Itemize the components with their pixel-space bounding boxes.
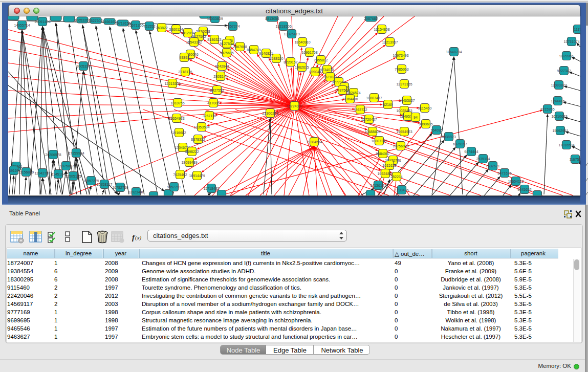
svg-text:14055714: 14055714 (14, 24, 30, 27)
svg-text:9245652: 9245652 (517, 188, 531, 191)
svg-text:12923446: 12923446 (128, 190, 144, 194)
svg-text:15720407: 15720407 (361, 118, 377, 121)
svg-text:1733426: 1733426 (395, 188, 408, 192)
svg-text:2867608: 2867608 (233, 45, 247, 49)
svg-text:15718485: 15718485 (203, 187, 219, 190)
svg-text:116753: 116753 (570, 158, 580, 161)
svg-text:7357274: 7357274 (226, 25, 239, 28)
svg-text:18724007: 18724007 (287, 104, 302, 108)
svg-text:16961758: 16961758 (301, 51, 317, 54)
svg-text:21300273: 21300273 (262, 112, 278, 115)
svg-text:20091406: 20091406 (34, 20, 50, 24)
svg-text:10653267: 10653267 (74, 18, 90, 22)
svg-text:8220157: 8220157 (284, 60, 297, 64)
svg-text:3267110: 3267110 (203, 114, 216, 118)
svg-text:8186323: 8186323 (207, 38, 221, 41)
svg-text:8215955: 8215955 (540, 107, 554, 111)
svg-text:19384554: 19384554 (306, 140, 322, 144)
svg-text:3912094: 3912094 (181, 31, 194, 35)
svg-text:2005334: 2005334 (76, 64, 90, 68)
svg-text:94: 94 (413, 116, 418, 119)
svg-text:15692951: 15692951 (552, 129, 568, 133)
svg-text:1244415: 1244415 (551, 99, 564, 103)
svg-text:19218506: 19218506 (275, 25, 291, 28)
svg-text:12093872: 12093872 (551, 83, 567, 87)
svg-text:1527602: 1527602 (89, 19, 102, 23)
svg-text:1588520: 1588520 (269, 57, 283, 60)
svg-text:10756928: 10756928 (393, 144, 408, 148)
svg-text:16914479: 16914479 (189, 174, 205, 178)
svg-text:16033809: 16033809 (207, 17, 223, 20)
svg-text:19654923: 19654923 (396, 130, 412, 134)
svg-text:3824574: 3824574 (346, 91, 360, 95)
svg-text:10973493: 10973493 (393, 54, 408, 57)
svg-text:10807487: 10807487 (366, 96, 382, 100)
svg-text:16543342: 16543342 (186, 40, 202, 44)
svg-text:2935114: 2935114 (476, 157, 490, 161)
svg-text:12213967: 12213967 (382, 40, 398, 44)
svg-text:18099489: 18099489 (181, 161, 197, 164)
svg-text:6379197: 6379197 (453, 142, 467, 146)
svg-text:8938923: 8938923 (442, 135, 455, 139)
svg-text:9857791: 9857791 (167, 185, 181, 189)
svg-text:62160: 62160 (383, 103, 393, 106)
svg-text:9146821: 9146821 (259, 52, 273, 55)
svg-text:2803144: 2803144 (213, 75, 227, 78)
svg-text:12353594: 12353594 (193, 125, 209, 129)
svg-text:11156849: 11156849 (18, 170, 34, 174)
svg-text:17016504: 17016504 (558, 143, 574, 147)
svg-text:18807249: 18807249 (371, 139, 387, 143)
svg-text:899044: 899044 (309, 70, 321, 74)
svg-text:9127504: 9127504 (220, 42, 233, 46)
svg-text:8454749: 8454749 (247, 48, 260, 52)
svg-text:7863722: 7863722 (353, 108, 367, 112)
svg-text:3860124: 3860124 (169, 28, 183, 31)
svg-text:1962615: 1962615 (295, 65, 309, 69)
svg-text:1145194: 1145194 (52, 172, 66, 176)
svg-text:8878332: 8878332 (191, 138, 205, 141)
svg-text:5875685: 5875685 (220, 51, 233, 55)
svg-text:21364436: 21364436 (342, 97, 358, 101)
svg-text:10648784: 10648784 (446, 50, 462, 54)
svg-text:7485063: 7485063 (395, 68, 408, 71)
svg-text:1010755: 1010755 (170, 101, 184, 105)
svg-text:16154808: 16154808 (374, 28, 389, 31)
svg-text:763822: 763822 (156, 26, 167, 30)
svg-text:8813054: 8813054 (265, 17, 279, 20)
svg-text:12505135: 12505135 (65, 174, 81, 178)
svg-text:1615152: 1615152 (382, 164, 396, 167)
svg-text:3498222: 3498222 (185, 150, 199, 154)
svg-text:1916682: 1916682 (172, 131, 186, 135)
svg-text:8471626: 8471626 (497, 171, 511, 175)
svg-text:9115460: 9115460 (418, 106, 432, 110)
svg-text:2718176: 2718176 (178, 70, 192, 74)
svg-text:(x): (x) (135, 234, 142, 241)
svg-text:16671355: 16671355 (127, 24, 143, 27)
svg-text:12213309: 12213309 (164, 82, 180, 85)
svg-text:9242843: 9242843 (215, 64, 229, 68)
svg-text:16782759: 16782759 (112, 186, 128, 189)
svg-text:7955812: 7955812 (314, 58, 328, 62)
svg-text:9734078: 9734078 (320, 68, 334, 72)
svg-text:164095: 164095 (430, 128, 442, 132)
svg-text:9227342: 9227342 (557, 69, 571, 73)
svg-text:2087682: 2087682 (364, 17, 378, 20)
svg-text:751552: 751552 (143, 25, 155, 28)
svg-text:9329966: 9329966 (559, 54, 573, 58)
svg-text:14463627: 14463627 (399, 99, 415, 102)
svg-text:93891: 93891 (179, 56, 189, 59)
svg-text:252214: 252214 (390, 175, 402, 179)
svg-text:39159: 39159 (9, 169, 19, 172)
svg-text:19654933: 19654933 (168, 117, 184, 120)
svg-text:9474444: 9474444 (464, 150, 478, 154)
svg-text:417006: 417006 (207, 101, 219, 105)
svg-text:12942737: 12942737 (34, 171, 50, 175)
svg-text:7632621: 7632621 (486, 164, 499, 168)
svg-text:12373155: 12373155 (396, 82, 412, 86)
svg-text:20206578: 20206578 (45, 153, 61, 157)
svg-text:10688609: 10688609 (364, 130, 380, 134)
svg-text:1117: 1117 (574, 28, 580, 31)
svg-text:14136141: 14136141 (370, 184, 386, 187)
svg-text:18640910: 18640910 (294, 40, 310, 44)
svg-text:7625402: 7625402 (173, 173, 187, 177)
